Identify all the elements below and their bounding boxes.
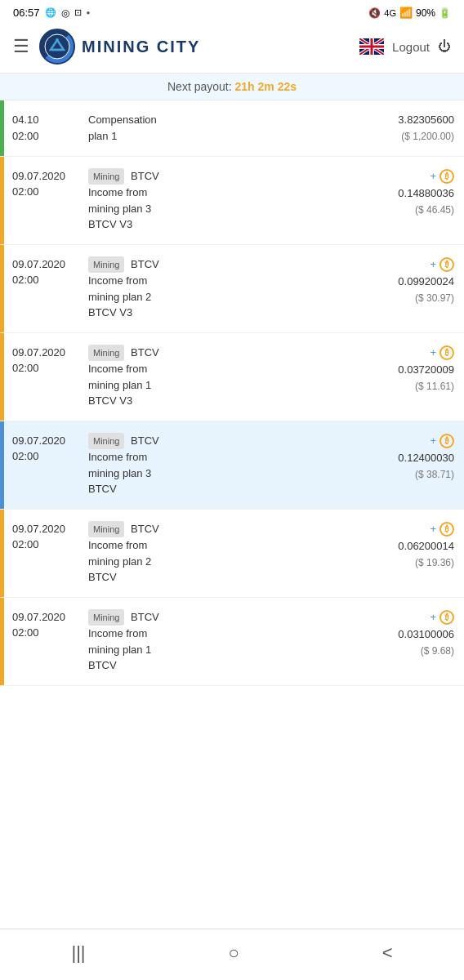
transaction-row: 09.07.202002:00Mining BTCVIncome frommin… bbox=[0, 598, 464, 686]
mining-badge: Mining bbox=[88, 521, 124, 538]
transaction-date: 09.07.202002:00 bbox=[12, 345, 82, 376]
plus-icon: + bbox=[430, 345, 436, 362]
amount-usd: ($ 30.97) bbox=[364, 291, 454, 306]
transaction-date: 04.1002:00 bbox=[12, 112, 82, 144]
transaction-description: Mining BTCVIncome frommining plan 2BTCV … bbox=[88, 256, 358, 321]
transaction-content: 09.07.202002:00Mining BTCVIncome frommin… bbox=[4, 421, 464, 509]
location-icon: ◎ bbox=[61, 7, 69, 19]
time-display: 06:57 bbox=[13, 7, 40, 19]
recent-apps-button[interactable]: ||| bbox=[55, 939, 101, 967]
amount-value: 0.14880036 bbox=[364, 185, 454, 203]
plus-icon: + bbox=[430, 256, 436, 274]
transaction-date: 09.07.202002:00 bbox=[12, 256, 82, 288]
transaction-date: 09.07.202002:00 bbox=[12, 521, 82, 553]
signal-label: 4G bbox=[384, 8, 396, 18]
bitcoin-icon: ₿ bbox=[439, 345, 454, 360]
amount-usd: ($ 9.68) bbox=[364, 644, 454, 659]
transaction-row: 09.07.202002:00Mining BTCVIncome frommin… bbox=[0, 245, 464, 333]
battery-icon: 🔋 bbox=[439, 7, 451, 19]
amount-top-row: +₿ bbox=[364, 168, 454, 185]
transaction-row: 04.1002:00Compensationplan 13.82305600($… bbox=[0, 100, 464, 157]
transaction-amount: +₿0.09920024($ 30.97) bbox=[364, 256, 454, 306]
transaction-amount: +₿0.14880036($ 46.45) bbox=[364, 168, 454, 218]
amount-usd: ($ 19.36) bbox=[364, 555, 454, 571]
mining-badge: Mining bbox=[88, 256, 124, 274]
amount-usd: ($ 46.45) bbox=[364, 203, 454, 218]
transaction-content: 09.07.202002:00Mining BTCVIncome frommin… bbox=[4, 245, 464, 332]
header-left: ☰ MINING CITY bbox=[13, 29, 200, 65]
app-name: MINING CITY bbox=[82, 38, 200, 56]
transaction-amount: +₿0.06200014($ 19.36) bbox=[364, 521, 454, 571]
amount-top-row: +₿ bbox=[364, 433, 454, 450]
mining-badge: Mining bbox=[88, 168, 124, 185]
amount-top-row: +₿ bbox=[364, 521, 454, 538]
transaction-description: Mining BTCVIncome frommining plan 1BTCV bbox=[88, 609, 358, 674]
home-button[interactable]: ○ bbox=[212, 939, 255, 967]
status-left: 06:57 🌐 ◎ ⊡ ● bbox=[13, 7, 90, 19]
transaction-date: 09.07.202002:00 bbox=[12, 168, 82, 200]
mining-badge: Mining bbox=[88, 609, 124, 626]
transaction-row: 09.07.202002:00Mining BTCVIncome frommin… bbox=[0, 510, 464, 598]
app-logo bbox=[39, 29, 75, 65]
language-flag[interactable] bbox=[359, 38, 384, 55]
plus-icon: + bbox=[430, 168, 436, 185]
logout-button[interactable]: Logout bbox=[392, 40, 430, 54]
back-button[interactable]: < bbox=[366, 939, 409, 967]
transaction-content: 09.07.202002:00Mining BTCVIncome frommin… bbox=[4, 510, 464, 597]
bitcoin-icon: ₿ bbox=[439, 434, 454, 448]
power-icon[interactable]: ⏻ bbox=[438, 39, 451, 54]
svg-point-1 bbox=[56, 38, 59, 42]
plus-icon: + bbox=[430, 521, 436, 538]
mining-badge: Mining bbox=[88, 345, 124, 362]
transaction-content: 09.07.202002:00Mining BTCVIncome frommin… bbox=[4, 598, 464, 685]
transaction-content: 04.1002:00Compensationplan 13.82305600($… bbox=[4, 100, 464, 156]
header-right: Logout ⏻ bbox=[359, 38, 451, 55]
app-header: ☰ MINING CITY Logout ⏻ bbox=[0, 22, 464, 74]
amount-value: 0.03100006 bbox=[364, 626, 454, 644]
transaction-description: Mining BTCVIncome frommining plan 3BTCV bbox=[88, 433, 358, 497]
plus-icon: + bbox=[430, 433, 436, 450]
amount-value: 0.03720009 bbox=[364, 362, 454, 379]
transaction-row: 09.07.202002:00Mining BTCVIncome frommin… bbox=[0, 333, 464, 421]
transaction-description: Mining BTCVIncome frommining plan 3BTCV … bbox=[88, 168, 358, 233]
transaction-amount: +₿0.12400030($ 38.71) bbox=[364, 433, 454, 483]
amount-value: 3.82305600 bbox=[364, 112, 454, 129]
transaction-amount: +₿0.03100006($ 9.68) bbox=[364, 609, 454, 659]
mining-badge: Mining bbox=[88, 433, 124, 450]
payout-label: Next payout: bbox=[167, 80, 232, 93]
logo-container: MINING CITY bbox=[39, 29, 200, 65]
camera-icon: ⊡ bbox=[74, 7, 82, 18]
amount-usd: ($ 1,200.00) bbox=[364, 129, 454, 145]
transaction-amount: +₿0.03720009($ 11.61) bbox=[364, 345, 454, 394]
bitcoin-icon: ₿ bbox=[439, 257, 454, 272]
transaction-description: Mining BTCVIncome frommining plan 2BTCV bbox=[88, 521, 358, 586]
status-bar: 06:57 🌐 ◎ ⊡ ● 🔇 4G 📶 90% 🔋 bbox=[0, 0, 464, 22]
amount-top-row: +₿ bbox=[364, 256, 454, 274]
svg-point-0 bbox=[45, 34, 69, 59]
amount-usd: ($ 38.71) bbox=[364, 467, 454, 483]
transaction-description: Mining BTCVIncome frommining plan 1BTCV … bbox=[88, 345, 358, 409]
amount-top-row: +₿ bbox=[364, 609, 454, 626]
bitcoin-icon: ₿ bbox=[439, 169, 454, 184]
battery-label: 90% bbox=[416, 7, 435, 19]
amount-value: 0.12400030 bbox=[364, 450, 454, 467]
transaction-content: 09.07.202002:00Mining BTCVIncome frommin… bbox=[4, 157, 464, 244]
amount-value: 0.06200014 bbox=[364, 538, 454, 555]
amount-top-row: +₿ bbox=[364, 345, 454, 362]
hamburger-menu[interactable]: ☰ bbox=[13, 36, 29, 57]
transaction-row: 09.07.202002:00Mining BTCVIncome frommin… bbox=[0, 421, 464, 510]
bitcoin-icon: ₿ bbox=[439, 522, 454, 537]
plus-icon: + bbox=[430, 609, 436, 626]
status-right: 🔇 4G 📶 90% 🔋 bbox=[368, 7, 451, 19]
dot-indicator: ● bbox=[87, 9, 91, 16]
network-icon: 🌐 bbox=[45, 7, 56, 18]
amount-usd: ($ 11.61) bbox=[364, 379, 454, 394]
transaction-date: 09.07.202002:00 bbox=[12, 433, 82, 465]
bitcoin-icon: ₿ bbox=[439, 610, 454, 625]
mute-icon: 🔇 bbox=[368, 7, 381, 19]
transaction-date: 09.07.202002:00 bbox=[12, 609, 82, 641]
transaction-row: 09.07.202002:00Mining BTCVIncome frommin… bbox=[0, 157, 464, 245]
payout-time: 21h 2m 22s bbox=[235, 80, 297, 93]
transaction-list: 04.1002:00Compensationplan 13.82305600($… bbox=[0, 100, 464, 686]
transaction-amount: 3.82305600($ 1,200.00) bbox=[364, 112, 454, 145]
